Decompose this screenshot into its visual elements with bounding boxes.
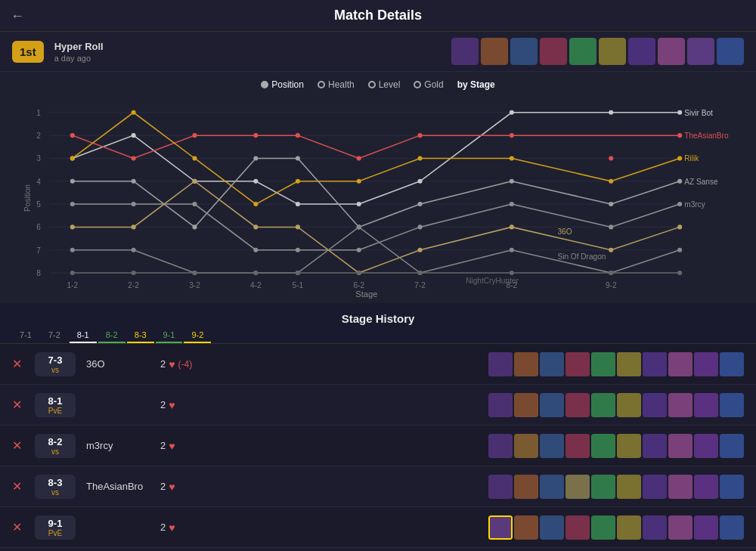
row-opponent: m3rcy	[86, 440, 154, 451]
row-hp: 2 ♥	[160, 440, 228, 452]
svg-point-94	[132, 248, 136, 252]
svg-point-56	[510, 156, 514, 160]
champ-icon	[514, 434, 538, 458]
chart-radio-gold[interactable]: Gold	[414, 79, 443, 90]
svg-point-102	[677, 248, 682, 252]
row-champion-icons	[488, 515, 744, 540]
svg-text:Position: Position	[23, 184, 32, 212]
svg-point-83	[132, 224, 136, 229]
stage-history-title: Stage History	[0, 308, 756, 328]
svg-point-100	[510, 248, 514, 252]
row-hp: 2 ♥ (-4)	[160, 358, 228, 370]
svg-text:AZ Sanse: AZ Sanse	[684, 178, 718, 186]
chart-controls: Position Health Level Gold by Stage	[15, 79, 741, 90]
svg-point-41	[253, 133, 258, 138]
position-chart: 1 2 3 4 5 6 7 8 Position 1-2 2-2 3-2 4-2	[15, 96, 741, 300]
champ-icon	[540, 393, 564, 417]
champ-icon	[488, 515, 513, 540]
svg-point-46	[609, 156, 613, 160]
svg-text:6: 6	[36, 223, 41, 231]
svg-point-45	[510, 133, 514, 138]
stage-history-section: Stage History 7-1 7-2 8-1 8-2 8-3 9-1 9-…	[0, 303, 756, 551]
history-row: ✕ 9-1 PvE 2 ♥	[0, 507, 756, 548]
champ-icon	[565, 515, 590, 540]
svg-point-82	[70, 224, 75, 229]
stage-tab-8-1[interactable]: 8-1	[70, 328, 97, 343]
champ-icon	[668, 475, 692, 499]
svg-point-44	[418, 133, 423, 138]
svg-text:36O: 36O	[557, 228, 572, 237]
svg-point-69	[677, 179, 682, 184]
chart-radio-level[interactable]: Level	[368, 79, 401, 90]
svg-text:3: 3	[36, 154, 41, 163]
svg-point-51	[192, 156, 197, 160]
stage-tab-8-2[interactable]: 8-2	[98, 328, 125, 343]
svg-point-98	[357, 224, 361, 229]
stage-tab-8-3[interactable]: 8-3	[127, 328, 154, 343]
radio-dot-gold	[414, 81, 421, 88]
history-rows: ✕ 7-3 vs 36O 2 ♥ (-4)	[0, 344, 756, 551]
chart-radio-position[interactable]: Position	[261, 79, 304, 90]
svg-point-75	[296, 248, 300, 252]
stage-badge: 9-1 PvE	[35, 515, 76, 540]
row-champion-icons	[488, 434, 744, 458]
stage-tab-9-2[interactable]: 9-2	[184, 328, 211, 343]
champ-icon	[514, 515, 538, 540]
champ-icon	[617, 393, 641, 417]
champ-icon	[720, 434, 744, 458]
svg-point-33	[418, 179, 423, 184]
svg-point-63	[253, 156, 258, 160]
champ-icon	[643, 393, 667, 417]
svg-point-30	[253, 179, 258, 184]
row-hp: 2 ♥	[160, 522, 228, 534]
champ-icon	[514, 393, 538, 417]
page-title: Match Details	[334, 8, 422, 23]
champ-icon	[668, 434, 692, 458]
row-hp: 2 ♥	[160, 399, 228, 411]
svg-point-58	[677, 156, 682, 160]
chart-wrapper: 1 2 3 4 5 6 7 8 Position 1-2 2-2 3-2 4-2	[15, 96, 741, 300]
row-champion-icons	[488, 475, 744, 499]
champ-icon	[488, 393, 513, 417]
champ-icon	[540, 475, 564, 499]
champ-icon	[488, 475, 513, 499]
stage-tab-7-1[interactable]: 7-1	[12, 328, 39, 343]
svg-point-43	[357, 156, 361, 160]
svg-text:TheAsianBro: TheAsianBro	[684, 132, 729, 140]
svg-text:Sin Of Dragon: Sin Of Dragon	[557, 252, 606, 261]
champ-icon	[565, 434, 590, 458]
svg-point-34	[510, 110, 514, 115]
svg-text:7-2: 7-2	[414, 281, 426, 289]
stage-badge: 8-3 vs	[35, 475, 76, 499]
svg-text:5: 5	[36, 200, 41, 209]
svg-text:8: 8	[36, 269, 41, 277]
back-button[interactable]: ←	[11, 8, 24, 23]
champ-icon	[565, 352, 590, 376]
row-icon-loss: ✕	[12, 520, 35, 534]
chart-radio-health[interactable]: Health	[318, 79, 355, 90]
stage-tab-7-2[interactable]: 7-2	[41, 328, 68, 343]
svg-point-72	[132, 202, 136, 206]
svg-point-111	[510, 271, 514, 275]
champ-icon	[481, 38, 508, 65]
svg-point-74	[253, 248, 258, 252]
svg-point-32	[357, 202, 361, 206]
stage-tab-9-1[interactable]: 9-1	[156, 328, 183, 343]
svg-point-91	[677, 224, 682, 229]
svg-point-47	[677, 133, 682, 138]
row-icon-loss: ✕	[12, 438, 35, 453]
row-icon-loss: ✕	[12, 479, 35, 494]
chart-by-stage-label: by Stage	[457, 79, 495, 90]
radio-dot-level	[368, 81, 376, 88]
svg-point-60	[70, 179, 75, 184]
champ-icon	[628, 38, 655, 65]
champ-icon	[694, 434, 718, 458]
svg-point-40	[192, 133, 197, 138]
champ-icon	[540, 434, 564, 458]
svg-point-54	[357, 179, 361, 184]
svg-point-84	[192, 179, 197, 184]
champ-icon	[591, 475, 615, 499]
champ-icon	[591, 515, 615, 540]
champ-icon	[617, 434, 641, 458]
svg-point-89	[510, 224, 514, 229]
